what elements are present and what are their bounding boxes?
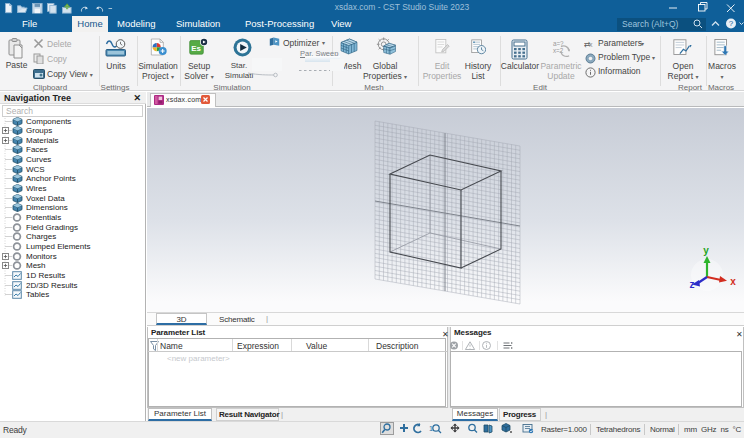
svg-text:z: z: [690, 279, 695, 290]
svg-text:?: ?: [729, 19, 734, 28]
svg-text:x: x: [589, 41, 593, 48]
svg-text:x: x: [730, 276, 736, 287]
svg-text:y: y: [703, 245, 709, 256]
svg-text:1: 1: [429, 425, 433, 432]
svg-text:Es: Es: [191, 44, 201, 53]
